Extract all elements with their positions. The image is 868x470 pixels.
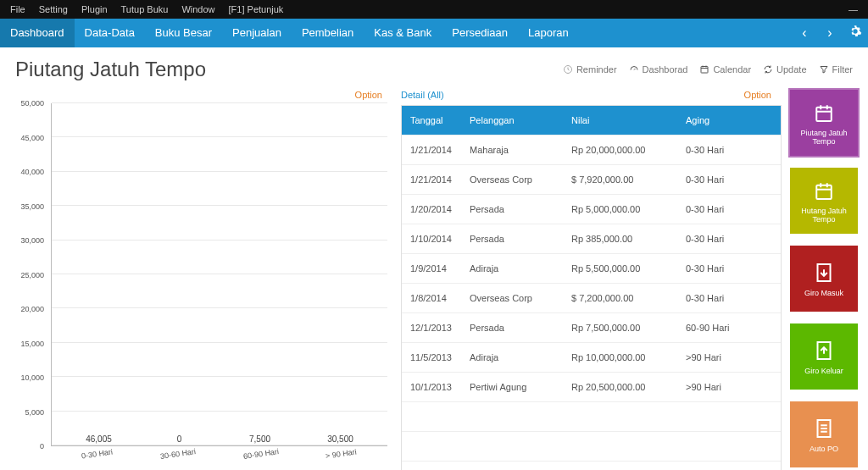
nav-pembelian[interactable]: Pembelian [292,19,364,47]
aging-bar-chart: 05,00010,00015,00020,00025,00030,00035,0… [15,100,392,470]
tool-calendar[interactable]: Calendar [699,64,751,75]
nav-dashboard[interactable]: Dashboard [0,19,75,47]
table-row[interactable]: 12/1/2013PersadaRp 7,500,000.0060-90 Har… [402,313,781,343]
bar-value-label: 7,500 [249,434,270,444]
x-tick-label: > 90 Hari [326,447,358,460]
tile-label: Giro Masuk [804,289,843,297]
detail-table: TanggalPelangganNilaiAging1/21/2014Mahar… [401,105,782,470]
tool-reminder[interactable]: Reminder [563,64,617,75]
menu-file[interactable]: File [3,4,32,14]
table-row[interactable]: 1/21/2014Overseas Corp$ 7,920,000.000-30… [402,165,781,195]
table-row[interactable]: 1/9/2014AdirajaRp 5,500,000.000-30 Hari [402,254,781,284]
tile-icon [811,416,837,441]
table-row[interactable]: 1/21/2014MaharajaRp 20,000,000.000-30 Ha… [402,135,781,165]
tile-auto-po[interactable]: Auto PO [790,401,858,467]
next-icon[interactable]: › [817,25,843,41]
bar-value-label: 46,005 [86,434,112,444]
tile-label: Hutang Jatuh Tempo [790,207,858,224]
tile-icon [811,338,837,363]
table-row-empty [402,432,781,462]
tile-icon [811,260,837,285]
tool-filter[interactable]: Filter [819,64,853,75]
svg-rect-2 [816,108,832,121]
nav-buku-besar[interactable]: Buku Besar [145,19,222,47]
side-tiles: Piutang Jatuh TempoHutang Jatuh TempoGir… [790,90,868,470]
detail-option-link[interactable]: Option [744,90,782,100]
table-row[interactable]: 11/5/2013AdirajaRp 10,000,000.00>90 Hari [402,343,781,373]
detail-label: Detail (All) [401,90,444,100]
nav-kas-bank[interactable]: Kas & Bank [364,19,442,47]
svg-rect-1 [701,67,708,74]
x-tick-label: 0-30 Hari [81,447,113,460]
nav-persediaan[interactable]: Persediaan [442,19,518,47]
tile-label: Giro Keluar [804,367,843,375]
x-tick-label: 30-60 Hari [159,447,196,461]
gear-icon[interactable] [843,25,868,41]
chart-option-link[interactable]: Option [15,90,392,100]
nav-data[interactable]: Data-Data [75,19,145,47]
table-row[interactable]: 10/1/2013Pertiwi AgungRp 20,500,000.00>9… [402,373,781,402]
page-header: Piutang Jatuh Tempo Reminder Dashborad C… [0,47,868,85]
menu-window[interactable]: Window [175,4,221,14]
menu-plugin[interactable]: Plugin [75,4,114,14]
bar-value-label: 30,500 [327,434,353,444]
tool-dashboard[interactable]: Dashborad [629,64,688,75]
minimize-icon[interactable]: — [842,4,865,14]
chart-panel: Option 05,00010,00015,00020,00025,00030,… [15,90,392,470]
tile-icon [811,100,837,125]
table-row[interactable]: 1/8/2014Overseas Corp$ 7,200,000.000-30 … [402,284,781,313]
main-menubar: Dashboard Data-Data Buku Besar Penjualan… [0,19,868,47]
tile-giro-keluar[interactable]: Giro Keluar [790,323,858,390]
table-header: TanggalPelangganNilaiAging [402,106,781,135]
x-tick-label: 60-90 Hari [242,447,279,461]
tile-hutang-jatuh-tempo[interactable]: Hutang Jatuh Tempo [790,168,858,234]
tile-piutang-jatuh-tempo[interactable]: Piutang Jatuh Tempo [790,90,858,156]
table-row[interactable]: 1/20/2014PersadaRp 5,000,000.000-30 Hari [402,195,781,224]
bar-value-label: 0 [177,434,182,444]
nav-laporan[interactable]: Laporan [518,19,579,47]
page-title: Piutang Jatuh Tempo [15,58,206,81]
tile-giro-masuk[interactable]: Giro Masuk [790,246,858,312]
tile-label: Auto PO [810,445,838,453]
menu-help[interactable]: [F1] Petunjuk [222,4,291,14]
titlebar: File Setting Plugin Tutup Buku Window [F… [0,0,868,19]
menu-tutup-buku[interactable]: Tutup Buku [114,4,175,14]
tile-icon [811,178,837,203]
detail-panel: Detail (All) Option TanggalPelangganNila… [392,90,790,470]
tool-update[interactable]: Update [763,64,806,75]
table-row-empty [402,402,781,432]
table-row[interactable]: 1/10/2014PersadaRp 385,000.000-30 Hari [402,224,781,254]
nav-penjualan[interactable]: Penjualan [222,19,292,47]
menu-setting[interactable]: Setting [32,4,75,14]
svg-rect-3 [816,185,832,199]
prev-icon[interactable]: ‹ [792,25,817,41]
tile-label: Piutang Jatuh Tempo [790,129,858,146]
